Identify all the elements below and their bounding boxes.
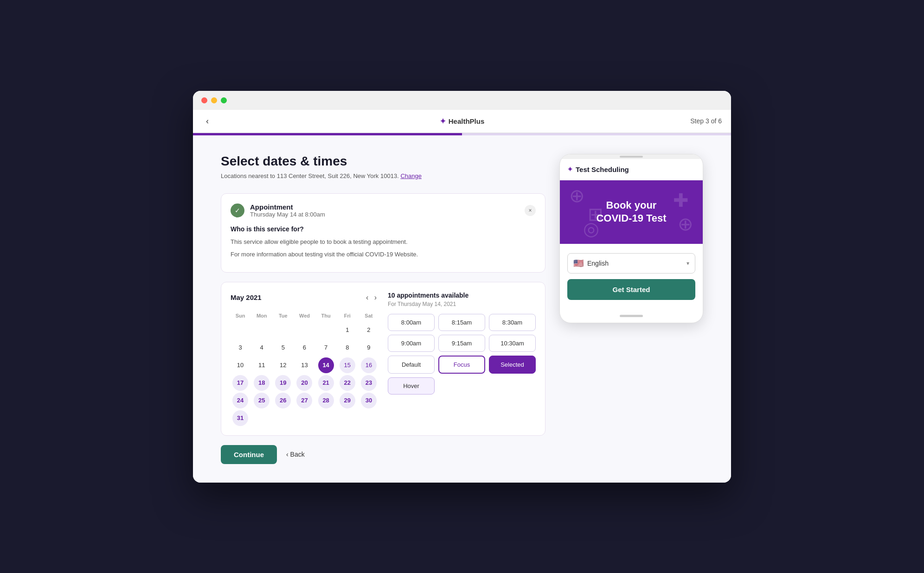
mobile-header: ✦ Test Scheduling [560, 159, 703, 180]
brand-name: HealthPlus [449, 117, 485, 125]
cal-day-29[interactable]: 29 [340, 393, 355, 408]
language-text: English [587, 260, 683, 267]
continue-button[interactable]: Continue [221, 445, 277, 464]
calendar-next-button[interactable]: › [372, 292, 379, 304]
cal-day-13[interactable]: 13 [296, 357, 312, 373]
chevron-down-icon: ▾ [687, 260, 689, 267]
fullscreen-button[interactable] [221, 97, 227, 103]
cal-day-7[interactable]: 7 [318, 340, 334, 356]
timeslot-915am[interactable]: 9:15am [438, 335, 485, 352]
mobile-header-title: Test Scheduling [576, 166, 629, 173]
calendar-month: May 2021 [231, 293, 262, 301]
timeslot-focus[interactable]: Focus [438, 356, 485, 374]
cal-day-4[interactable]: 4 [254, 340, 270, 356]
appointment-subtitle: Thursday May 14 at 8:00am [250, 211, 325, 218]
cal-day-14[interactable]: 14 [318, 357, 334, 373]
cal-day-20[interactable]: 20 [296, 375, 312, 391]
check-icon: ✓ [231, 204, 244, 217]
mobile-home-indicator [560, 309, 703, 323]
timeslot-default[interactable]: Default [388, 356, 435, 374]
cal-day-10[interactable]: 10 [232, 357, 248, 373]
back-link[interactable]: ‹ Back [286, 451, 305, 458]
cal-header-fri: Fri [338, 311, 357, 320]
mobile-mockup: ✦ Test Scheduling ⊕ ✚ ◎ ⊞ ⊕ Book yourCOV… [559, 154, 703, 323]
timeslot-section: 10 appointments available For Thursday M… [388, 292, 536, 426]
cal-day-31[interactable]: 31 [232, 410, 248, 426]
close-appointment-button[interactable]: × [525, 205, 536, 216]
btn-row: Continue ‹ Back [221, 445, 545, 464]
minimize-button[interactable] [211, 97, 217, 103]
brand-title: ✦ HealthPlus [440, 117, 485, 126]
appointment-section: ✓ Appointment Thursday May 14 at 8:00am … [221, 193, 545, 273]
cal-day-19[interactable]: 19 [275, 375, 291, 391]
mobile-hero: ⊕ ✚ ◎ ⊞ ⊕ Book yourCOVID-19 Test [560, 180, 703, 244]
cal-day-2[interactable]: 2 [361, 322, 377, 338]
cal-day-22[interactable]: 22 [340, 375, 355, 391]
back-nav-button[interactable]: ‹ [202, 115, 212, 128]
cal-header-sun: Sun [231, 311, 250, 320]
cal-day-25[interactable]: 25 [254, 393, 270, 408]
cal-header-thu: Thu [316, 311, 336, 320]
cal-day-15[interactable]: 15 [340, 357, 355, 373]
get-started-button[interactable]: Get Started [567, 279, 695, 300]
timeslot-900am[interactable]: 9:00am [388, 335, 435, 352]
timeslot-830am[interactable]: 8:30am [489, 314, 536, 331]
location-text: Locations nearest to 113 Center Street, … [221, 172, 545, 179]
appointment-title: Appointment [250, 203, 325, 211]
cal-day-1[interactable]: 1 [340, 322, 355, 338]
cal-day-6[interactable]: 6 [296, 340, 312, 356]
cal-day-17[interactable]: 17 [232, 375, 248, 391]
cal-day-18[interactable]: 18 [254, 375, 270, 391]
timeslot-1030am[interactable]: 10:30am [489, 335, 536, 352]
cal-day-5[interactable]: 5 [275, 340, 291, 356]
flag-icon: 🇺🇸 [573, 258, 584, 268]
cal-day-11[interactable]: 11 [254, 357, 270, 373]
appointment-header: ✓ Appointment Thursday May 14 at 8:00am … [231, 203, 536, 218]
cal-header-sat: Sat [359, 311, 379, 320]
mobile-pill [620, 156, 643, 158]
calendar-timeslot-row: May 2021 ‹ › Sun Mon Tue Wed Thu Fri [221, 282, 545, 436]
nav-bar: ‹ ✦ HealthPlus Step 3 of 6 [193, 110, 731, 133]
cal-day-3[interactable]: 3 [232, 340, 248, 356]
cal-day-24[interactable]: 24 [232, 393, 248, 408]
page-title: Select dates & times [221, 154, 545, 169]
cal-day-23[interactable]: 23 [361, 375, 377, 391]
close-button[interactable] [201, 97, 207, 103]
change-link[interactable]: Change [400, 172, 422, 179]
cal-day-8[interactable]: 8 [340, 340, 355, 356]
calendar-prev-button[interactable]: ‹ [364, 292, 370, 304]
calendar-grid: Sun Mon Tue Wed Thu Fri Sat 1 [231, 311, 379, 426]
service-question: Who is this service for? [231, 225, 536, 233]
timeslot-815am[interactable]: 8:15am [438, 314, 485, 331]
calendar-nav: ‹ › [364, 292, 379, 304]
calendar-section: May 2021 ‹ › Sun Mon Tue Wed Thu Fri [231, 292, 379, 426]
service-text-1: This service allow eligible people to to… [231, 237, 536, 247]
cal-header-wed: Wed [295, 311, 314, 320]
language-select[interactable]: 🇺🇸 English ▾ [567, 253, 695, 274]
timeslot-hover[interactable]: Hover [388, 377, 435, 395]
cal-day-28[interactable]: 28 [318, 393, 334, 408]
mobile-logo-icon: ✦ [567, 166, 573, 173]
cal-header-mon: Mon [252, 311, 271, 320]
cal-day-30[interactable]: 30 [361, 393, 377, 408]
cal-header-tue: Tue [273, 311, 293, 320]
service-text-2: For more information about testing visit… [231, 250, 536, 259]
main-content: Select dates & times Locations nearest t… [193, 135, 731, 483]
timeslot-date: For Thursday May 14, 2021 [388, 301, 536, 307]
timeslot-grid: 8:00am 8:15am 8:30am 9:00am 9:15am 10:30… [388, 314, 536, 395]
timeslot-selected[interactable]: Selected [489, 356, 536, 374]
mobile-hero-title: Book yourCOVID-19 Test [571, 199, 692, 225]
mobile-notch-bar [560, 154, 703, 159]
cal-day-9[interactable]: 9 [361, 340, 377, 356]
calendar-header: May 2021 ‹ › [231, 292, 379, 304]
right-panel: ✦ Test Scheduling ⊕ ✚ ◎ ⊞ ⊕ Book yourCOV… [559, 154, 703, 323]
cal-day-12[interactable]: 12 [275, 357, 291, 373]
cal-day-27[interactable]: 27 [296, 393, 312, 408]
cal-day-21[interactable]: 21 [318, 375, 334, 391]
cal-day-26[interactable]: 26 [275, 393, 291, 408]
appointment-info: Appointment Thursday May 14 at 8:00am [250, 203, 325, 218]
cal-day-16[interactable]: 16 [361, 357, 377, 373]
title-bar [193, 91, 731, 110]
timeslot-800am[interactable]: 8:00am [388, 314, 435, 331]
mobile-body: 🇺🇸 English ▾ Get Started [560, 244, 703, 309]
